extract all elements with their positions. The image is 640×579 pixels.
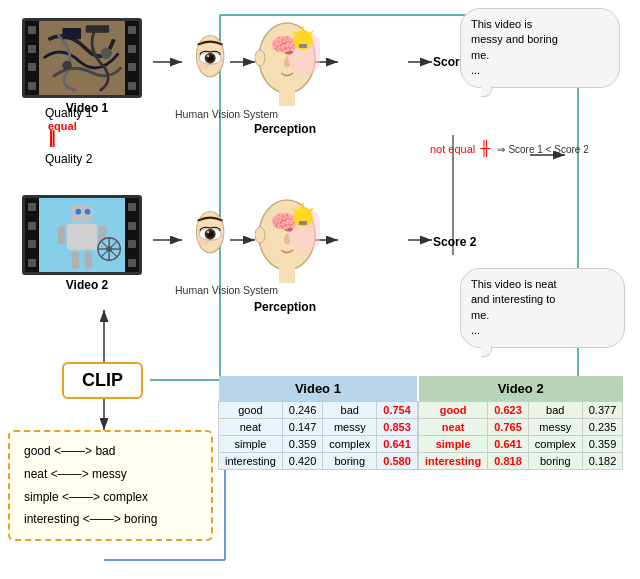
quality1-label: Quality 1 xyxy=(45,106,92,120)
svg-point-29 xyxy=(75,209,81,215)
t1-val2-4: 0.580 xyxy=(377,453,418,470)
table-row: simple 0.641 complex 0.359 xyxy=(419,436,623,453)
t1-attr1-1: good xyxy=(219,402,283,419)
svg-rect-22 xyxy=(39,21,125,96)
video1-frame xyxy=(22,18,142,98)
t1-attr2-4: boring xyxy=(323,453,377,470)
quality2-label: Quality 2 xyxy=(45,152,92,166)
not-equal-label: not equal ╫ ⇒ Score 1 < Score 2 xyxy=(430,140,589,156)
t1-val1-4: 0.420 xyxy=(282,453,323,470)
t2-val2-3: 0.359 xyxy=(582,436,623,453)
equal-label: equal ‖ xyxy=(48,120,77,145)
attr-pairs-box: good <——> bad neat <——> messy simple <——… xyxy=(8,430,213,541)
svg-rect-32 xyxy=(58,226,65,245)
svg-text:🧠: 🧠 xyxy=(270,32,298,59)
t2-val2-2: 0.235 xyxy=(582,419,623,436)
video2-image xyxy=(39,195,125,275)
score-table-1: Video 1 good 0.246 bad 0.754 neat 0.147 … xyxy=(218,376,418,470)
t2-attr1-1: good xyxy=(419,402,488,419)
svg-rect-31 xyxy=(67,224,97,250)
hvs1-eye xyxy=(183,32,238,90)
svg-rect-24 xyxy=(86,25,109,32)
t2-attr2-1: bad xyxy=(528,402,582,419)
t1-attr2-2: messy xyxy=(323,419,377,436)
t2-attr2-2: messy xyxy=(528,419,582,436)
table-row: interesting 0.818 boring 0.182 xyxy=(419,453,623,470)
video1-container: Video 1 xyxy=(22,18,152,115)
t2-attr2-4: boring xyxy=(528,453,582,470)
svg-point-46 xyxy=(207,55,210,58)
clip-label: CLIP xyxy=(82,370,123,390)
table1-container: Video 1 good 0.246 bad 0.754 neat 0.147 … xyxy=(218,376,418,470)
table-row: simple 0.359 complex 0.641 xyxy=(219,436,418,453)
table-row: neat 0.765 messy 0.235 xyxy=(419,419,623,436)
svg-rect-65 xyxy=(279,263,295,283)
thought2-bubble: This video is neatand interesting tome..… xyxy=(460,268,625,348)
eye2-svg xyxy=(183,208,238,263)
clip-box: CLIP xyxy=(62,362,143,399)
perception1-label: Perception xyxy=(254,122,316,136)
t2-val2-1: 0.377 xyxy=(582,402,623,419)
attr-pair-4: interesting <——> boring xyxy=(24,508,197,531)
svg-point-63 xyxy=(198,239,209,246)
svg-point-41 xyxy=(106,246,112,252)
hvs2-eye xyxy=(183,208,238,266)
t1-val2-3: 0.641 xyxy=(377,436,418,453)
table-row: good 0.246 bad 0.754 xyxy=(219,402,418,419)
svg-rect-23 xyxy=(62,28,81,39)
t1-val1-3: 0.359 xyxy=(282,436,323,453)
t1-val1-2: 0.147 xyxy=(282,419,323,436)
score2-label: Score 2 xyxy=(433,235,476,249)
svg-point-26 xyxy=(62,61,71,70)
svg-point-62 xyxy=(207,231,210,234)
attr-pair-3: simple <——> complex xyxy=(24,486,197,509)
thought2-text: This video is neatand interesting tome..… xyxy=(471,278,557,336)
svg-point-67 xyxy=(255,227,265,243)
thought1-bubble: This video ismessy and boringme.... xyxy=(460,8,620,88)
t1-val2-1: 0.754 xyxy=(377,402,418,419)
t1-val2-2: 0.853 xyxy=(377,419,418,436)
table1-header: Video 1 xyxy=(219,376,418,402)
t1-attr1-4: interesting xyxy=(219,453,283,470)
video1-image xyxy=(39,18,125,98)
score-compare: Score 1 < Score 2 xyxy=(508,144,588,155)
attr-pair-2: neat <——> messy xyxy=(24,463,197,486)
table-row: neat 0.147 messy 0.853 xyxy=(219,419,418,436)
video2-frame xyxy=(22,195,142,275)
t1-attr1-3: simple xyxy=(219,436,283,453)
t1-attr1-2: neat xyxy=(219,419,283,436)
svg-rect-34 xyxy=(72,252,79,269)
table-row: good 0.623 bad 0.377 xyxy=(419,402,623,419)
t2-attr1-3: simple xyxy=(419,436,488,453)
thought1-text: This video ismessy and boringme.... xyxy=(471,18,558,76)
svg-point-47 xyxy=(198,63,209,70)
t2-val1-2: 0.765 xyxy=(488,419,529,436)
head1-container: 🧠 xyxy=(255,18,320,121)
head1-svg: 🧠 xyxy=(255,18,320,118)
t2-val1-4: 0.818 xyxy=(488,453,529,470)
not-equal-text: not equal xyxy=(430,143,475,155)
svg-point-30 xyxy=(85,209,91,215)
t1-val1-1: 0.246 xyxy=(282,402,323,419)
main-diagram: Video 1 Quality 1 equal ‖ Quality 2 xyxy=(0,0,640,579)
head2-svg: 🧠 xyxy=(255,195,320,295)
perception2-label: Perception xyxy=(254,300,316,314)
table2-header: Video 2 xyxy=(419,376,623,402)
svg-point-25 xyxy=(101,48,112,59)
svg-rect-35 xyxy=(85,252,92,269)
svg-rect-49 xyxy=(279,86,295,106)
t2-attr1-2: neat xyxy=(419,419,488,436)
svg-point-51 xyxy=(255,50,265,66)
svg-text:🧠: 🧠 xyxy=(270,209,298,236)
t1-attr2-3: complex xyxy=(323,436,377,453)
video2-label: Video 2 xyxy=(22,278,152,292)
eye1-svg xyxy=(183,32,238,87)
t1-attr2-1: bad xyxy=(323,402,377,419)
attr-pair-1: good <——> bad xyxy=(24,440,197,463)
table2-container: Video 2 good 0.623 bad 0.377 neat 0.765 … xyxy=(418,376,623,470)
t2-val1-1: 0.623 xyxy=(488,402,529,419)
video2-container: Video 2 xyxy=(22,195,152,292)
table-row: interesting 0.420 boring 0.580 xyxy=(219,453,418,470)
score-table-2: Video 2 good 0.623 bad 0.377 neat 0.765 … xyxy=(418,376,623,470)
t2-val1-3: 0.641 xyxy=(488,436,529,453)
